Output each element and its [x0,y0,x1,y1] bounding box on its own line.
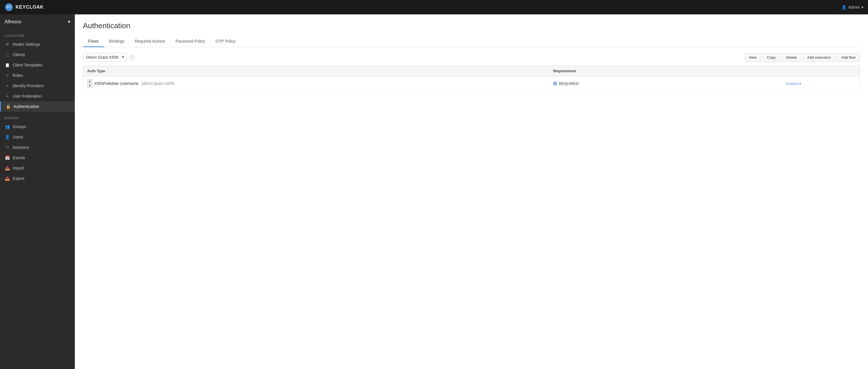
auth-type-content: ▲ ▼ X509/Validate Username (direct-grant… [87,79,545,88]
realm-settings-icon: ⚙ [5,42,10,47]
sidebar-item-roles[interactable]: ≡ Roles [0,70,75,81]
sidebar-item-label: Groups [13,124,26,129]
tab-required-actions[interactable]: Required Actions [129,36,170,47]
sidebar-item-label: Roles [13,73,23,78]
tab-flows[interactable]: Flows [83,36,104,47]
sidebar-item-label: Clients [13,52,25,57]
groups-icon: 👥 [5,124,10,129]
sidebar-item-import[interactable]: 📥 Import [0,163,75,173]
sessions-icon: ⏱ [5,145,10,150]
svg-text:KC: KC [7,5,11,8]
sidebar-item-label: Authentication [13,104,39,109]
requirement-cell: REQUIRED [549,76,782,91]
import-icon: 📥 [5,166,10,171]
sidebar-item-label: Client Templates [13,63,42,67]
realm-chevron-icon: ▾ [68,19,70,25]
sidebar-item-sessions[interactable]: ⏱ Sessions [0,142,75,153]
table-header-row: Auth Type Requirement [83,66,860,76]
sidebar-item-users[interactable]: 👤 Users [0,132,75,142]
sidebar-item-label: Sessions [13,145,29,150]
brand-name: KEYCLOAK [16,5,44,10]
configure-section-label: Configure [0,29,75,39]
sidebar-item-label: Export [13,176,24,181]
page-title: Authentication [83,21,860,30]
keycloak-logo-icon: KC [5,3,13,11]
realm-name: Alfresco [5,19,21,25]
sidebar-item-label: Events [13,155,25,160]
controls-right: New Copy Delete Add execution Add flow [745,53,860,62]
tab-password-policy[interactable]: Password Policy [170,36,210,47]
sidebar-item-label: Import [13,166,24,171]
sidebar-item-label: Realm Settings [13,42,40,47]
flow-table: Auth Type Requirement ▲ ▼ X509/Validate … [83,66,860,91]
realm-selector[interactable]: Alfresco ▾ [0,14,75,29]
actions-label: Actions [786,82,799,86]
user-label: Admin [848,5,860,9]
tab-bindings[interactable]: Bindings [104,36,130,47]
sidebar-item-clients[interactable]: ◻ Clients [0,50,75,60]
clients-icon: ◻ [5,52,10,57]
top-navbar: KC KEYCLOAK 👤 Admin ▾ [0,0,868,14]
controls-row: Direct Grant X509 Browser Direct Grant R… [83,53,860,62]
sidebar-item-events[interactable]: 📅 Events [0,153,75,163]
sidebar-item-user-federation[interactable]: ≡ User Federation [0,91,75,101]
actions-chevron-icon: ▾ [799,82,801,86]
move-up-button[interactable]: ▲ [87,79,92,83]
sidebar-item-label: Identity Providers [13,84,44,88]
sidebar-item-label: Users [13,135,23,139]
sidebar: Alfresco ▾ Configure ⚙ Realm Settings ◻ … [0,14,75,369]
new-button[interactable]: New [745,53,761,62]
col-header-actions [782,66,860,76]
user-icon: 👤 [841,5,846,9]
requirement-label: REQUIRED [559,82,579,86]
client-templates-icon: 📋 [5,63,10,67]
roles-icon: ≡ [5,73,10,78]
identity-providers-icon: ≡ [5,84,10,88]
tab-otp-policy[interactable]: OTP Policy [210,36,241,47]
events-icon: 📅 [5,155,10,160]
users-icon: 👤 [5,135,10,139]
sidebar-item-export[interactable]: 📤 Export [0,173,75,184]
manage-section-label: Manage [0,112,75,121]
add-flow-button[interactable]: Add flow [837,53,860,62]
chevron-down-icon: ▾ [861,5,863,9]
auth-type-sub: (direct-grant-x509) [142,81,175,86]
sidebar-item-groups[interactable]: 👥 Groups [0,121,75,132]
delete-button[interactable]: Delete [782,53,801,62]
brand: KC KEYCLOAK [5,3,44,11]
table-row: ▲ ▼ X509/Validate Username (direct-grant… [83,76,860,91]
actions-cell: Actions ▾ [782,76,860,91]
actions-dropdown[interactable]: Actions ▾ [786,82,856,86]
help-icon[interactable]: ? [129,55,134,60]
export-icon: 📤 [5,176,10,181]
authentication-icon: 🔒 [5,104,11,109]
sidebar-item-label: User Federation [13,94,41,98]
flow-selector[interactable]: Direct Grant X509 Browser Direct Grant R… [83,53,127,62]
requirement-indicator: REQUIRED [553,82,778,86]
move-down-button[interactable]: ▼ [87,84,92,88]
required-radio-icon [553,82,557,86]
sidebar-item-realm-settings[interactable]: ⚙ Realm Settings [0,39,75,50]
add-execution-button[interactable]: Add execution [803,53,835,62]
auth-type-name: X509/Validate Username [94,81,139,86]
sidebar-item-client-templates[interactable]: 📋 Client Templates [0,60,75,70]
copy-button[interactable]: Copy [763,53,780,62]
col-header-requirement: Requirement [549,66,782,76]
user-federation-icon: ≡ [5,94,10,98]
tabs-bar: Flows Bindings Required Actions Password… [83,36,860,47]
row-order-controls: ▲ ▼ [87,79,92,88]
main-layout: Alfresco ▾ Configure ⚙ Realm Settings ◻ … [0,14,868,369]
col-header-auth-type: Auth Type [83,66,549,76]
sidebar-item-authentication[interactable]: 🔒 Authentication [0,101,75,112]
user-menu[interactable]: 👤 Admin ▾ [841,5,863,9]
controls-left: Direct Grant X509 Browser Direct Grant R… [83,53,134,62]
main-content: Authentication Flows Bindings Required A… [75,14,868,369]
sidebar-item-identity-providers[interactable]: ≡ Identity Providers [0,81,75,91]
auth-type-cell: ▲ ▼ X509/Validate Username (direct-grant… [83,76,549,91]
